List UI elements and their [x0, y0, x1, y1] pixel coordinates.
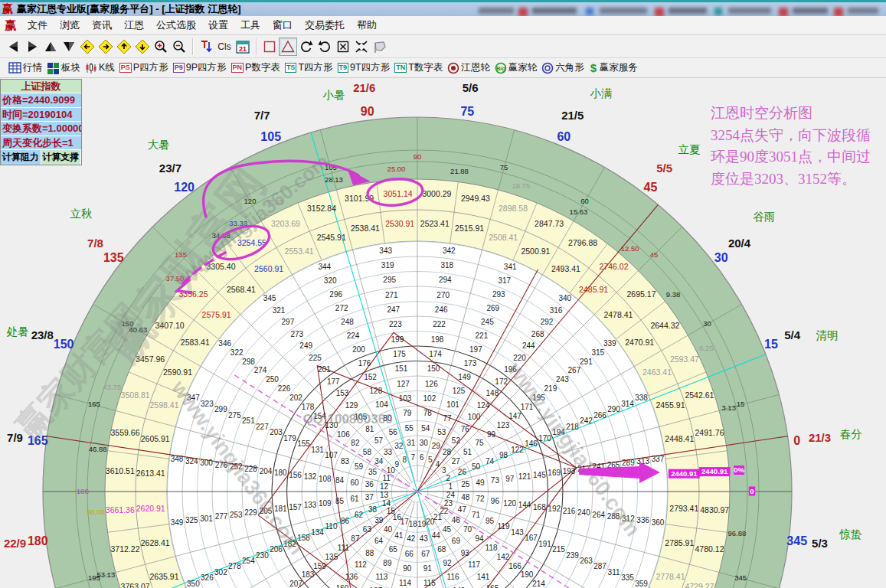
close-box-button[interactable] [334, 38, 352, 56]
up-button[interactable] [41, 38, 60, 56]
kline-button[interactable]: K线 [83, 59, 117, 77]
fit-center-button[interactable] [352, 38, 371, 56]
zoom-in-button[interactable] [152, 38, 170, 56]
wheel-label: 89 [383, 559, 392, 567]
wheel-label: 60 [580, 197, 589, 205]
t-number-button[interactable]: TNT数字表 [392, 59, 445, 77]
wheel-label: 3610.51 [106, 466, 135, 475]
rotate-cw-button[interactable] [315, 38, 334, 56]
wheel-label: 小暑 [323, 89, 345, 101]
wheel-label: 立秋 [70, 207, 93, 220]
menu-item-formula[interactable]: 公式选股 [150, 18, 202, 32]
wheel-label: 小满 [590, 87, 613, 100]
p-number-button[interactable]: PNP数字表 [229, 59, 283, 77]
wheel-label: 126 [425, 380, 438, 388]
menu-item-help[interactable]: 帮助 [351, 18, 383, 32]
wheel-label: 249 [299, 341, 312, 350]
wheel-label: 66 [405, 550, 414, 558]
step-up-button[interactable] [115, 38, 133, 56]
wheel-label: 136 [345, 573, 358, 581]
zoom-out-button[interactable] [170, 38, 188, 56]
step-right-button[interactable] [96, 38, 115, 56]
wheel-label: 5/4 [784, 328, 801, 341]
p-square-button[interactable]: PSP四方形 [117, 59, 171, 77]
flag-tool-icon [372, 39, 387, 54]
wheel-label: 12.50 [621, 244, 639, 253]
wheel-label: 107 [325, 451, 338, 459]
wheel-label: 118 [486, 544, 498, 552]
back-button[interactable] [5, 38, 23, 56]
sectors-button[interactable]: 板块 [44, 59, 83, 77]
p9-square-button[interactable]: P99P四方形 [171, 59, 229, 77]
wheel-label: 135 [325, 553, 338, 561]
square-tool-button[interactable] [260, 38, 279, 56]
menu-item-tools[interactable]: 工具 [234, 18, 266, 32]
menu-item-trade[interactable]: 交易委托 [299, 18, 351, 32]
wheel-label: 57 [374, 436, 384, 445]
menu-item-gann[interactable]: 江恩 [118, 18, 150, 32]
rotate-ccw-button[interactable] [297, 38, 315, 56]
hexagon-button[interactable]: 六角形 [539, 59, 587, 77]
t-number-icon: TN [394, 63, 407, 73]
wheel-label: 73 [491, 476, 500, 485]
wheel-label: 70 [463, 525, 472, 534]
triangle-tool-button[interactable] [279, 38, 297, 56]
wheel-label: 惊蛰 [839, 528, 862, 541]
calendar-button[interactable]: 21 [234, 38, 252, 56]
wheel-label: 110 [325, 522, 338, 531]
wheel-label: 86 [341, 517, 350, 525]
menu-item-view[interactable]: 浏览 [54, 18, 86, 32]
highlighted-value: 2440.91 [701, 467, 728, 475]
cls-button[interactable]: Cls [215, 38, 234, 56]
wheel-label: 290 [607, 405, 620, 413]
quotes-button[interactable]: 行情 [6, 59, 44, 77]
wheel-label: 2545.91 [317, 233, 346, 242]
menu-item-window[interactable]: 窗口 [266, 18, 299, 32]
forward-button[interactable] [23, 38, 41, 56]
wheel-label: 29 [432, 442, 441, 450]
step-left-button[interactable] [78, 38, 96, 56]
wheel-label: 246 [435, 305, 448, 314]
winner-wheel-button[interactable]: Big赢家轮 [492, 59, 540, 77]
wheel-label: 295 [383, 276, 396, 284]
wheel-label: 15.63 [570, 207, 588, 216]
menu-item-news[interactable]: 资讯 [86, 18, 118, 32]
wheel-label: 3152.84 [307, 204, 336, 213]
wheel-label: 2463.41 [642, 368, 672, 377]
menu-item-settings[interactable]: 设置 [202, 18, 234, 32]
wheel-label: 60 [557, 130, 571, 143]
step-down-button[interactable] [133, 38, 152, 56]
t-cycle-button[interactable] [197, 38, 215, 56]
wheel-label: 20/4 [728, 237, 751, 250]
service-button[interactable]: $赢家服务 [587, 59, 640, 77]
wheel-label: 349 [171, 518, 184, 527]
wheel-label: 2515.91 [455, 224, 484, 233]
wheel-label: 83 [341, 457, 350, 466]
wheel-label: 90 [403, 564, 412, 573]
app-logo-icon: 赢 [2, 2, 13, 16]
wheel-label: 180 [77, 487, 89, 495]
wheel-label: 6.25 [699, 344, 714, 352]
menu-item-file[interactable]: 文件 [21, 18, 54, 32]
flag-tool-button[interactable] [371, 38, 389, 56]
wheel-label: 253 [230, 511, 243, 519]
down-button[interactable] [60, 38, 78, 56]
calc-support-button[interactable]: 计算支撑 [41, 150, 82, 165]
wheel-label: 85 [335, 497, 345, 505]
t-square-button[interactable]: TST四方形 [283, 59, 335, 77]
wheel-label: 321 [273, 306, 286, 315]
wheel-label: 115 [423, 579, 436, 587]
hexagon-icon [541, 62, 554, 74]
gann-wheel-chart[interactable]: 1234567891011121314151617181920212223242… [0, 78, 886, 588]
wheel-label: 120 [503, 499, 516, 508]
wheel-label: 155 [297, 439, 310, 448]
wheel-label: 21.88 [450, 167, 469, 175]
wheel-label: 345 [786, 534, 807, 547]
gann-wheel-button[interactable]: 江恩轮 [445, 59, 492, 77]
calc-resistance-button[interactable]: 计算阻力 [1, 150, 41, 165]
t9-square-button[interactable]: T99T四方形 [335, 59, 393, 77]
wheel-label: 106 [337, 430, 350, 439]
wheel-label: 32 [394, 442, 404, 450]
wheel-label: 123 [497, 421, 510, 430]
p9-square-label: 9P四方形 [186, 61, 227, 74]
